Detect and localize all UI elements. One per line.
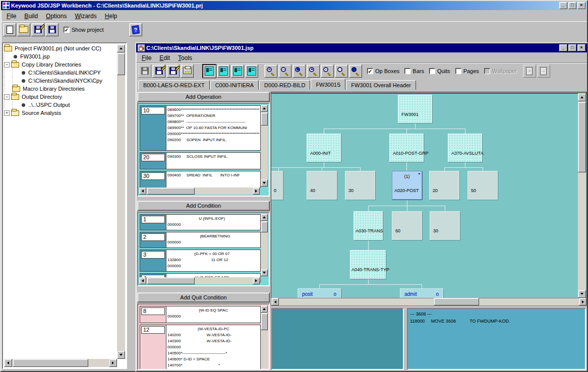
scroll-up-button[interactable]	[117, 44, 125, 52]
tree-item-project[interactable]: Project FW3001.prj (Not under CC)	[4, 44, 117, 52]
expand-icon[interactable]: +	[4, 110, 10, 116]
node-a000-init[interactable]: A000-INIT	[307, 134, 341, 162]
collapse-icon[interactable]: −	[4, 62, 10, 68]
scroll-up-button[interactable]	[578, 93, 586, 101]
tab-c000[interactable]: C000-INITIERA	[210, 80, 259, 90]
pages-option[interactable]: Pages	[455, 68, 479, 74]
scroll-thumb[interactable]	[434, 298, 479, 305]
tab-b000[interactable]: B000-LAES-O-RED-EXT	[138, 80, 210, 90]
tree-item-output-dir[interactable]: −Output Directory	[4, 93, 117, 101]
maximize-button[interactable]: □	[568, 2, 576, 9]
doc-save-button[interactable]	[138, 65, 151, 78]
tab-fw3001s[interactable]: FW3001S	[311, 79, 345, 90]
doc-save-as-button[interactable]	[152, 65, 165, 78]
menu-options[interactable]: Options	[42, 12, 70, 20]
scroll-thumb[interactable]	[13, 359, 88, 367]
tree-horizontal-scrollbar[interactable]	[4, 359, 117, 367]
quit-number-input[interactable]: 8	[141, 307, 165, 315]
node-posit[interactable]: posito	[298, 288, 341, 298]
document-titlebar[interactable]: C:\Clients\Skandia\LINK\JSP\FW3001.jsp _…	[136, 43, 587, 52]
view-outline-button[interactable]	[245, 65, 258, 78]
quit-vertical-scrollbar[interactable]	[261, 305, 268, 368]
main-titlebar[interactable]: Keywood JSD/JSP Workbench - C:\Clients\S…	[1, 1, 587, 10]
view-structure-button[interactable]	[203, 65, 216, 78]
add-operation-button[interactable]: Add Operation	[137, 92, 270, 102]
collapse-icon[interactable]: −	[4, 94, 10, 100]
node-op-60[interactable]: 60	[392, 211, 422, 240]
operation-number-input[interactable]: 20	[141, 154, 165, 161]
scroll-left-button[interactable]	[4, 359, 12, 367]
tab-overall-header[interactable]: FW3001 Overall Header	[346, 80, 416, 90]
save-as-button[interactable]	[31, 23, 44, 36]
operation-number-input[interactable]: 10	[141, 107, 165, 114]
tab-d000[interactable]: D000-RED-BILD	[259, 80, 310, 90]
tree-item-copy-lib[interactable]: −Copy Library Directories	[4, 60, 117, 69]
node-a040-trans-typ[interactable]: A040-TRANS-TYP	[350, 250, 386, 279]
node-a030-trans[interactable]: A030-TRANS	[354, 211, 383, 240]
node-admit[interactable]: admito	[400, 288, 443, 298]
new-button[interactable]	[3, 23, 16, 36]
scroll-right-button[interactable]	[109, 359, 117, 367]
view-detail-button[interactable]	[217, 65, 230, 78]
add-quit-condition-button[interactable]: Add Quit Condition	[137, 292, 270, 302]
scroll-down-button[interactable]	[261, 269, 268, 276]
scroll-thumb[interactable]	[147, 277, 195, 284]
print-button[interactable]	[181, 65, 194, 78]
node-a370-avsluta[interactable]: A370-AVSLUTA	[448, 134, 482, 162]
condition-number-input[interactable]: 1	[141, 216, 165, 223]
operation-row[interactable]: 10 089600*******************************…	[140, 105, 261, 151]
scroll-left-button[interactable]	[139, 188, 146, 195]
scroll-left-button[interactable]	[271, 298, 279, 305]
op-boxes-option[interactable]: ✓ Op Boxes	[367, 68, 399, 74]
node-op-30b[interactable]: 30	[430, 211, 460, 240]
scroll-down-button[interactable]	[261, 179, 268, 187]
scroll-thumb[interactable]	[261, 221, 268, 232]
doc-maximize-button[interactable]: □	[568, 44, 576, 51]
node-fw3001[interactable]: FW3001	[398, 95, 432, 123]
zoom-75-button[interactable]	[307, 65, 320, 78]
show-project-option[interactable]: ✓ Show project	[64, 27, 104, 33]
scroll-up-button[interactable]	[261, 105, 268, 112]
tree-item-macro-lib[interactable]: Macro Library Directories	[4, 85, 117, 93]
pages-checkbox[interactable]	[455, 68, 461, 74]
open-button[interactable]	[17, 23, 30, 36]
node-op-20[interactable]: 20	[429, 171, 459, 200]
zoom-50-button[interactable]	[321, 65, 334, 78]
node-op-cut[interactable]: 0	[271, 171, 283, 200]
scroll-right-button[interactable]	[253, 277, 260, 284]
close-button[interactable]: ×	[577, 2, 585, 9]
menu-wizards[interactable]: Wizards	[71, 12, 100, 20]
diagram-horizontal-scrollbar[interactable]	[271, 298, 587, 306]
scroll-up-button[interactable]	[261, 305, 268, 313]
diagram-vertical-scrollbar[interactable]	[578, 93, 586, 298]
operation-row[interactable]: 30 090400 SREAD INFIL INTO I-INF	[140, 171, 261, 188]
zoom-in-button[interactable]: +	[264, 65, 277, 78]
op-boxes-checkbox[interactable]: ✓	[367, 68, 373, 74]
condition-horizontal-scrollbar[interactable]	[139, 277, 260, 284]
scroll-up-button[interactable]	[261, 214, 268, 221]
help-button[interactable]: ?	[129, 23, 142, 36]
scroll-thumb[interactable]	[261, 313, 268, 330]
zoom-100-button[interactable]	[292, 65, 306, 78]
quits-checkbox[interactable]	[429, 68, 435, 74]
scroll-right-button[interactable]	[253, 188, 260, 195]
doc-menu-edit[interactable]: Edit	[156, 53, 173, 61]
scroll-thumb[interactable]	[578, 102, 586, 172]
node-a010-post-grp[interactable]: A010-POST-GRP	[389, 134, 424, 162]
quits-option[interactable]: Quits	[429, 68, 450, 74]
condition-vertical-scrollbar[interactable]	[261, 214, 268, 276]
zoom-25-button[interactable]	[335, 65, 348, 78]
doc-menu-tools[interactable]: Tools	[174, 53, 196, 61]
tree-vertical-scrollbar[interactable]	[117, 44, 125, 359]
node-op-50[interactable]: 50	[467, 171, 498, 200]
menu-build[interactable]: Build	[21, 12, 41, 20]
tree-item-jspc-output[interactable]: ..\..\JSPC Output	[4, 101, 117, 109]
structure-diagram[interactable]: FW3001 A000-INIT A010-POST-GRP A370-AVSL…	[271, 92, 587, 298]
save-button[interactable]	[45, 23, 58, 36]
doc-close-button[interactable]: ×	[577, 44, 585, 51]
operation-row[interactable]: 20 090300 SCLOSE INPUT INFIL.	[140, 152, 261, 169]
scroll-thumb[interactable]	[117, 53, 125, 75]
show-project-checkbox[interactable]: ✓	[64, 27, 70, 33]
node-a020-post-selected[interactable]: (1) * A020-POST	[392, 171, 422, 200]
node-op-40[interactable]: 40	[307, 171, 337, 200]
